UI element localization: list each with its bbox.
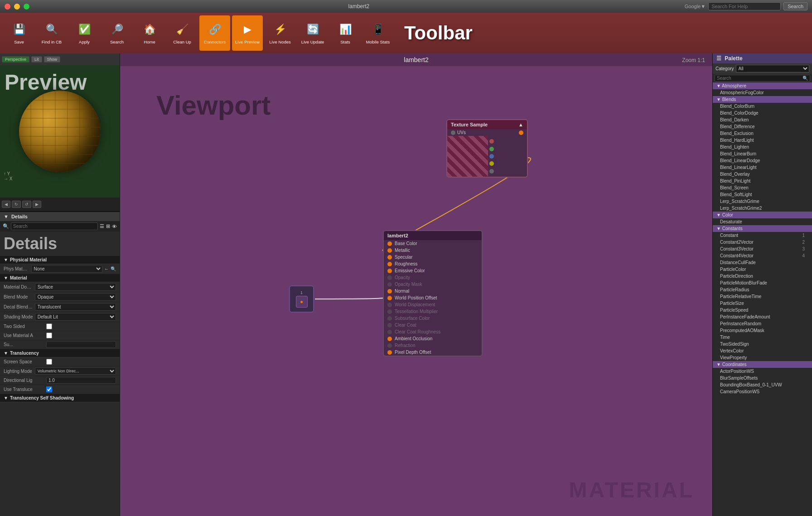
cleanup-button[interactable]: 🧹 Clean Up	[167, 15, 198, 51]
palette-search-input[interactable]	[717, 76, 802, 81]
palette-group-color[interactable]: ▼ Color	[713, 212, 812, 218]
search-button[interactable]: 🔎 Search	[102, 15, 132, 51]
palette-item-particlecolor[interactable]: ParticleColor	[713, 266, 812, 273]
live-preview-button[interactable]: ▶ Live Preview	[232, 15, 263, 51]
palette-item-lerp-scratchgrime2[interactable]: Lerp_ScratchGrime2	[713, 205, 812, 212]
node-constant[interactable]: 1 ●	[289, 285, 314, 313]
palette-item-blend-exclusion[interactable]: Blend_Exclusion	[713, 130, 812, 137]
palette-item-particlerelativetime[interactable]: ParticleRelativeTime	[713, 293, 812, 300]
section-translucency[interactable]: ▼ Translucency	[0, 349, 120, 357]
palette-item-blend-colordodge[interactable]: Blend_ColorDodge	[713, 110, 812, 116]
palette-item-constant2vec[interactable]: Constant2Vector2	[713, 239, 812, 246]
decal-blend-select[interactable]: Translucent	[35, 303, 116, 311]
palette-item-perinstancefade[interactable]: PerInstanceFadeAmount	[713, 313, 812, 320]
details-collapse-icon[interactable]: ▼	[4, 214, 9, 219]
palette-group-coordinates[interactable]: ▼ Coordinates	[713, 361, 812, 368]
palette-item-blend-screen[interactable]: Blend_Screen	[713, 184, 812, 191]
grid-view-icon[interactable]: ⊞	[106, 223, 110, 229]
mobile-stats-button[interactable]: 📱 Mobile Stats	[362, 15, 393, 51]
use-material-a-checkbox[interactable]	[46, 333, 52, 338]
su-input[interactable]	[46, 341, 116, 348]
live-nodes-button[interactable]: ⚡ Live Nodes	[265, 15, 295, 51]
screen-space-checkbox[interactable]	[46, 359, 52, 365]
blend-mode-select[interactable]: Opaque	[35, 293, 116, 301]
help-search-button[interactable]: Search	[783, 2, 807, 10]
palette-item-desaturate[interactable]: Desaturate	[713, 218, 812, 225]
palette-item-boundingbox[interactable]: BoundingBoxBased_0-1_UVW	[713, 381, 812, 388]
palette-item-lerp-scratchgrime[interactable]: Lerp_ScratchGrime	[713, 198, 812, 205]
palette-item-blend-lineardodge[interactable]: Blend_LinearDodge	[713, 157, 812, 164]
palette-item-time[interactable]: Time	[713, 334, 812, 341]
save-button[interactable]: 💾 Save	[4, 15, 34, 51]
node-lambert2[interactable]: lambert2 Base Color Metallic Specular Ro…	[383, 230, 483, 357]
palette-group-atmosphere[interactable]: ▼ Atmosphere	[713, 82, 812, 89]
perspective-btn[interactable]: Perspective	[2, 56, 29, 63]
minimize-button[interactable]	[14, 4, 20, 10]
palette-item-distancecullface[interactable]: DistanceCullFade	[713, 259, 812, 266]
palette-item-blend-colorburn[interactable]: Blend_ColorBurn	[713, 103, 812, 110]
palette-item-blend-hardlight[interactable]: Blend_HardLight	[713, 137, 812, 144]
palette-item-particledirection[interactable]: ParticleDirection	[713, 273, 812, 280]
nav-left-btn[interactable]: ◀	[2, 201, 10, 208]
palette-item-twosidedsign[interactable]: TwoSidedSign	[713, 341, 812, 347]
lit-btn[interactable]: Lit	[31, 56, 42, 63]
palette-item-blursampleoffsets[interactable]: BlurSampleOffsets	[713, 375, 812, 381]
palette-item-particlesize[interactable]: ParticleSize	[713, 300, 812, 307]
section-translucency-self-shadow[interactable]: ▼ Translucency Self Shadowing	[0, 394, 120, 402]
close-button[interactable]	[5, 4, 10, 10]
palette-item-perinstancerandom[interactable]: PerInstanceRandom	[713, 320, 812, 327]
live-update-button[interactable]: 🔄 Live Update	[297, 15, 328, 51]
phys-material-arrow[interactable]: ←	[104, 266, 109, 271]
palette-item-blend-lighten[interactable]: Blend_Lighten	[713, 144, 812, 150]
palette-item-constant[interactable]: Constant1	[713, 232, 812, 239]
shading-mode-select[interactable]: Default Lit	[35, 313, 116, 321]
viewport[interactable]: lambert2 Zoom 1:1 Viewport MATERIAL Text…	[120, 53, 712, 516]
two-sided-checkbox[interactable]	[46, 323, 52, 329]
palette-item-blend-darken[interactable]: Blend_Darken	[713, 116, 812, 123]
palette-item-precomputedaomask[interactable]: PrecomputedAOMask	[713, 327, 812, 334]
nav-right-btn[interactable]: ▶	[33, 201, 41, 208]
texture-collapse-btn[interactable]: ▲	[518, 122, 523, 127]
palette-item-vertexcolor[interactable]: VertexColor	[713, 347, 812, 354]
nav-rotate-btn[interactable]: ↻	[12, 201, 21, 208]
palette-group-blends[interactable]: ▼ Blends	[713, 96, 812, 103]
find-in-cb-button[interactable]: 🔍 Find in CB	[36, 15, 67, 51]
palette-item-blend-linearburn[interactable]: Blend_LinearBurn	[713, 150, 812, 157]
palette-item-viewproperty[interactable]: ViewProperty	[713, 354, 812, 361]
home-button[interactable]: 🏠 Home	[134, 15, 165, 51]
palette-item-blend-softlight[interactable]: Blend_SoftLight	[713, 191, 812, 198]
palette-item-constant4vec[interactable]: Constant4Vector4	[713, 252, 812, 259]
section-material[interactable]: ▼ Material	[0, 274, 120, 282]
help-search-input[interactable]	[708, 2, 781, 10]
phys-material-search[interactable]: 🔍	[111, 266, 116, 271]
palette-item-constant3vec[interactable]: Constant3Vector3	[713, 246, 812, 252]
palette-group-constants[interactable]: ▼ Constants	[713, 225, 812, 232]
apply-button[interactable]: ✅ Apply	[69, 15, 100, 51]
palette-item-actorpositionws[interactable]: ActorPositionWS	[713, 368, 812, 375]
palette-item-particlemotionblurfade[interactable]: ParticleMotionBlurFade	[713, 280, 812, 286]
palette-item-camerapositionws[interactable]: CameraPositionWS	[713, 388, 812, 395]
section-physical-material[interactable]: ▼ Physical Material	[0, 256, 120, 264]
phys-material-select[interactable]: None	[31, 265, 102, 273]
palette-item-blend-linearlight[interactable]: Blend_LinearLight	[713, 164, 812, 171]
node-texture-sample[interactable]: Texture Sample ▲ UVs	[446, 119, 528, 178]
palette-category-select[interactable]: All	[736, 65, 809, 72]
palette-item-blend-overlay[interactable]: Blend_Overlay	[713, 171, 812, 178]
options-icon[interactable]: 👁	[112, 224, 117, 229]
palette-item-particlespeed[interactable]: ParticleSpeed	[713, 307, 812, 313]
palette-item-blend-pinlight[interactable]: Blend_PinLight	[713, 178, 812, 184]
directional-lig-input[interactable]	[46, 377, 116, 384]
palette-item-blend-difference[interactable]: Blend_Difference	[713, 123, 812, 130]
connectors-button[interactable]: 🔗 Connectors	[199, 15, 230, 51]
palette-item-particleradius[interactable]: ParticleRadius	[713, 286, 812, 293]
material-domain-select[interactable]: Surface	[35, 283, 116, 291]
details-search-input[interactable]	[11, 222, 98, 230]
list-view-icon[interactable]: ☰	[100, 223, 104, 229]
maximize-button[interactable]	[24, 4, 29, 10]
use-transluce-checkbox[interactable]	[46, 386, 52, 392]
lighting-mode-select[interactable]: Volumetric Non Direc...	[35, 367, 116, 375]
palette-item-atmospheric-fog[interactable]: AtmosphericFogColor	[713, 89, 812, 96]
nav-reset-btn[interactable]: ↺	[22, 201, 31, 208]
stats-button[interactable]: 📊 Stats	[330, 15, 361, 51]
show-btn[interactable]: Show	[44, 56, 61, 63]
